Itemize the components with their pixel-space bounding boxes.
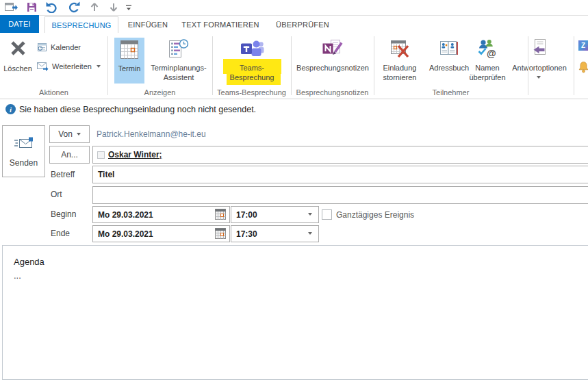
quick-access-toolbar	[0, 0, 588, 15]
tab-datei[interactable]: DATEI	[0, 15, 39, 33]
subject-field[interactable]: Titel	[92, 166, 588, 183]
calendar-search-icon	[37, 42, 47, 52]
send-button[interactable]: Senden	[2, 125, 45, 177]
start-date-field[interactable]: Mo 29.03.2021	[92, 206, 230, 223]
cancel-invitation-button[interactable]: Einladung stornieren	[376, 38, 423, 84]
check-names-button[interactable]: @ Namen überprüfen	[463, 38, 512, 84]
subject-label: Betreff	[51, 170, 75, 179]
end-date-field[interactable]: Mo 29.03.2021	[92, 225, 230, 242]
delete-button[interactable]: Löschen	[1, 38, 34, 84]
all-day-checkbox[interactable]	[322, 209, 332, 220]
presence-indicator	[97, 151, 105, 159]
all-day-label: Ganztägiges Ereignis	[336, 210, 414, 220]
move-down-icon[interactable]	[109, 2, 118, 14]
cancel-invitation-icon	[390, 39, 409, 60]
undo-icon[interactable]	[45, 1, 58, 14]
calendar-button[interactable]: Kalender	[37, 41, 81, 53]
time-zones-icon[interactable]: Z	[578, 40, 588, 51]
teams-icon	[240, 39, 264, 60]
start-label: Beginn	[51, 209, 76, 219]
tab-text-formatieren[interactable]: TEXT FORMATIEREN	[177, 16, 264, 33]
to-button[interactable]: An...	[49, 146, 90, 164]
from-value: Patrick.Henkelmann@he-it.eu	[97, 129, 206, 139]
address-book-icon	[439, 40, 459, 59]
forward-envelope-icon	[37, 62, 49, 71]
svg-text:@: @	[487, 48, 496, 58]
location-field[interactable]	[92, 186, 588, 204]
body-line: ...	[14, 270, 21, 281]
forward-button[interactable]: Weiterleiten	[37, 60, 101, 73]
location-label: Ort	[51, 190, 62, 199]
start-time-dropdown-arrow[interactable]	[308, 213, 312, 216]
forward-dropdown-arrow	[97, 65, 101, 68]
tab-besprechung[interactable]: BESPRECHUNG	[44, 16, 118, 34]
tab-ueberpruefen[interactable]: ÜBERPRÜFEN	[271, 16, 334, 33]
date-picker-icon[interactable]	[215, 209, 226, 222]
group-label-anzeigen: Anzeigen	[107, 88, 212, 98]
redo-icon[interactable]	[68, 1, 80, 14]
outlook-meeting-window: DATEI BESPRECHUNG EINFÜGEN TEXT FORMATIE…	[0, 0, 588, 384]
from-button[interactable]: Von	[49, 125, 90, 143]
onenote-icon	[322, 38, 344, 59]
reminder-bell-icon[interactable]	[578, 61, 588, 75]
start-time-field[interactable]: 17:00	[231, 206, 319, 223]
response-options-dropdown-arrow	[537, 76, 541, 79]
send-envelope-icon	[14, 136, 34, 152]
message-body[interactable]: Agenda ...	[2, 245, 588, 380]
end-label: Ende	[51, 229, 70, 238]
tab-einfuegen[interactable]: EINFÜGEN	[123, 16, 172, 33]
titlebar-divider	[39, 15, 588, 16]
check-names-icon: @	[477, 38, 498, 60]
response-options-icon	[532, 38, 548, 59]
delete-x-icon	[9, 39, 27, 59]
end-time-field[interactable]: 17:30	[231, 225, 319, 242]
response-options-button[interactable]: Antwortoptionen	[507, 38, 572, 84]
scheduling-assistant-button[interactable]: Terminplanungs- Assistent	[146, 38, 212, 84]
teams-meeting-button[interactable]: Teams- Besprechung	[222, 38, 282, 84]
scheduling-assistant-icon	[168, 38, 189, 60]
recipient-name[interactable]: Oskar Winter;	[108, 150, 162, 159]
end-time-dropdown-arrow[interactable]	[308, 232, 312, 235]
save-icon[interactable]	[27, 2, 37, 14]
ribbon: Löschen Kalender Weiterleiten Aktionen T…	[0, 33, 588, 99]
date-picker-icon[interactable]	[215, 228, 226, 241]
send-receive-icon[interactable]	[5, 2, 18, 14]
group-label-teilnehmer: Teilnehmer	[374, 88, 528, 98]
group-label-aktionen: Aktionen	[0, 88, 107, 98]
appointment-button[interactable]: Termin	[114, 38, 144, 84]
appointment-calendar-icon	[120, 39, 139, 62]
from-dropdown-arrow	[77, 133, 81, 136]
group-label-notizen: Besprechungsnotizen	[291, 88, 374, 98]
infobar-text: Sie haben diese Besprechungseinladung no…	[19, 105, 256, 114]
info-icon: i	[5, 104, 16, 114]
group-label-teams: Teams-Besprechung	[212, 88, 291, 98]
to-field[interactable]: Oskar Winter;	[92, 146, 588, 164]
customize-qat-icon[interactable]	[125, 4, 132, 13]
body-line: Agenda	[14, 257, 44, 267]
meeting-notes-button[interactable]: Besprechungsnotizen	[294, 38, 371, 84]
move-up-icon[interactable]	[90, 2, 99, 14]
